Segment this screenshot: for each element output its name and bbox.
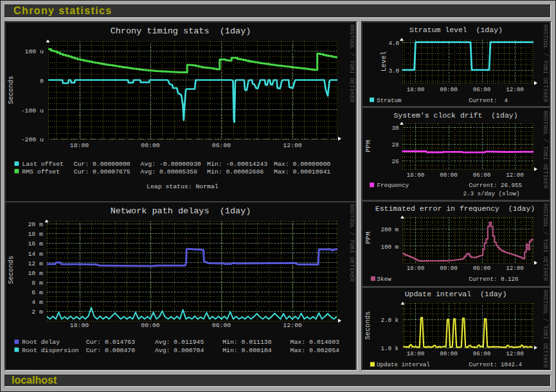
svg-text:6 m: 6 m: [31, 289, 43, 296]
svg-text:Min: -0.00014243: Min: -0.00014243: [207, 161, 267, 168]
svg-text:200 m: 200 m: [381, 226, 399, 233]
svg-text:06:00: 06:00: [473, 350, 491, 357]
svg-text:Current: 1042.4: Current: 1042.4: [469, 361, 522, 368]
svg-text:18:00: 18:00: [407, 86, 425, 93]
svg-text:3.0: 3.0: [388, 67, 399, 75]
svg-text:Max: 0.014803: Max: 0.014803: [291, 339, 340, 346]
svg-text:Current: 0.126: Current: 0.126: [469, 276, 518, 283]
svg-text:26: 26: [392, 158, 399, 165]
svg-text:RRDTOOL / TOBI OETIKER: RRDTOOL / TOBI OETIKER: [542, 290, 549, 368]
svg-text:18:00: 18:00: [70, 142, 89, 149]
svg-text:4 m: 4 m: [31, 299, 43, 306]
svg-text:Root delay: Root delay: [22, 339, 60, 346]
svg-text:12 m: 12 m: [28, 260, 43, 267]
svg-text:06:00: 06:00: [473, 86, 491, 93]
svg-text:Avg: 0.00005358: Avg: 0.00005358: [141, 168, 197, 175]
svg-text:18 m: 18 m: [28, 231, 43, 238]
svg-text:Chrony timing stats (1day): Chrony timing stats (1day): [111, 26, 251, 36]
svg-text:Avg: 0.000704: Avg: 0.000704: [155, 347, 204, 354]
svg-text:Max: 0.00010941: Max: 0.00010941: [274, 168, 330, 175]
svg-text:12:00: 12:00: [506, 350, 524, 357]
svg-text:Estimated error in frequency: Estimated error in frequency (1day): [375, 204, 535, 213]
svg-text:06:00: 06:00: [473, 265, 491, 272]
svg-text:12:00: 12:00: [283, 322, 302, 329]
svg-text:Update interval (1day): Update interval (1day): [405, 290, 507, 298]
svg-text:Avg: -0.00000930: Avg: -0.00000930: [141, 161, 201, 168]
svg-text:10 m: 10 m: [28, 270, 43, 277]
svg-text:Max: 0.002054: Max: 0.002054: [291, 347, 340, 354]
svg-text:20 m: 20 m: [28, 221, 43, 228]
svg-text:Current: 4: Current: 4: [469, 97, 508, 104]
svg-text:00:00: 00:00: [440, 172, 458, 179]
svg-text:4.0: 4.0: [388, 40, 399, 47]
svg-text:Avg: 0.011945: Avg: 0.011945: [155, 339, 204, 346]
svg-text:RRDTOOL / TOBI OETIKER: RRDTOOL / TOBI OETIKER: [348, 204, 355, 282]
svg-text:2.0 k: 2.0 k: [381, 317, 399, 324]
svg-text:System's clock drift (1day): System's clock drift (1day): [393, 111, 517, 120]
svg-text:Skew: Skew: [377, 276, 392, 283]
svg-text:12:00: 12:00: [283, 142, 302, 149]
svg-text:28: 28: [392, 141, 399, 148]
svg-text:06:00: 06:00: [212, 142, 231, 149]
svg-text:RMS offset: RMS offset: [22, 168, 60, 175]
svg-text:100 m: 100 m: [381, 244, 399, 251]
svg-text:RRDTOOL / TOBI OETIKER: RRDTOOL / TOBI OETIKER: [542, 203, 549, 281]
svg-text:00:00: 00:00: [141, 142, 160, 149]
svg-text:Cur: 0.000470: Cur: 0.000470: [86, 347, 136, 354]
svg-text:00:00: 00:00: [141, 322, 160, 329]
svg-text:06:00: 06:00: [212, 322, 231, 329]
svg-text:8 m: 8 m: [31, 280, 43, 287]
svg-text:Current: 26.955: Current: 26.955: [469, 182, 522, 189]
svg-text:Cur: 0.00000000: Cur: 0.00000000: [74, 161, 130, 168]
svg-text:18:00: 18:00: [407, 350, 425, 357]
svg-text:-200 u: -200 u: [21, 136, 44, 143]
svg-text:18:00: 18:00: [407, 265, 425, 272]
svg-text:RRDTOOL / TOBI OETIKER: RRDTOOL / TOBI OETIKER: [348, 24, 355, 103]
svg-text:Min: 0.000104: Min: 0.000104: [222, 347, 272, 354]
svg-text:Min: 0.00002686: Min: 0.00002686: [207, 168, 264, 175]
svg-text:PPM: PPM: [364, 140, 372, 152]
svg-text:PPM: PPM: [364, 232, 372, 244]
svg-text:Seconds: Seconds: [7, 256, 15, 284]
svg-text:Seconds: Seconds: [364, 311, 372, 339]
svg-text:-100 u: -100 u: [21, 107, 44, 114]
svg-text:12:00: 12:00: [506, 265, 524, 272]
svg-text:Seconds: Seconds: [7, 76, 15, 104]
svg-text:00:00: 00:00: [440, 86, 458, 93]
svg-text:14 m: 14 m: [28, 251, 43, 258]
svg-text:Root dispersion: Root dispersion: [22, 347, 78, 354]
svg-text:18:00: 18:00: [407, 172, 425, 179]
svg-text:0: 0: [40, 78, 44, 85]
svg-text:Min: 0.011138: Min: 0.011138: [222, 339, 272, 346]
svg-text:16 m: 16 m: [28, 240, 43, 247]
svg-text:Last offset: Last offset: [22, 161, 64, 168]
svg-text:1.0 k: 1.0 k: [381, 345, 399, 352]
svg-text:30: 30: [392, 125, 399, 132]
svg-text:Level: Level: [380, 51, 388, 72]
svg-text:RRDTOOL / TOBI OETIKER: RRDTOOL / TOBI OETIKER: [542, 24, 549, 103]
svg-text:00:00: 00:00: [440, 350, 458, 357]
svg-text:12:00: 12:00: [506, 86, 524, 93]
svg-text:RRDTOOL / TOBI OETIKER: RRDTOOL / TOBI OETIKER: [542, 111, 549, 189]
svg-text:06:00: 06:00: [473, 172, 491, 179]
svg-text:00:00: 00:00: [440, 265, 458, 272]
svg-text:Frequency: Frequency: [377, 182, 409, 189]
svg-text:Leap status: Normal: Leap status: Normal: [147, 183, 219, 190]
svg-text:12:00: 12:00: [506, 172, 524, 179]
svg-text:Network path delays (1day): Network path delays (1day): [111, 206, 251, 216]
svg-text:Update interval: Update interval: [377, 361, 430, 368]
svg-text:Max: 0.00000000: Max: 0.00000000: [274, 161, 330, 168]
svg-text:Cur: 0.00007675: Cur: 0.00007675: [74, 168, 130, 175]
svg-text:Stratum: Stratum: [377, 97, 402, 104]
svg-text:100 u: 100 u: [25, 48, 44, 55]
svg-text:Stratum level (1day): Stratum level (1day): [409, 26, 503, 34]
svg-text:2.3 s/day (slow): 2.3 s/day (slow): [463, 190, 519, 197]
svg-text:Cur: 0.014763: Cur: 0.014763: [86, 339, 136, 346]
svg-text:18:00: 18:00: [70, 322, 89, 329]
svg-text:2 m: 2 m: [31, 308, 43, 316]
